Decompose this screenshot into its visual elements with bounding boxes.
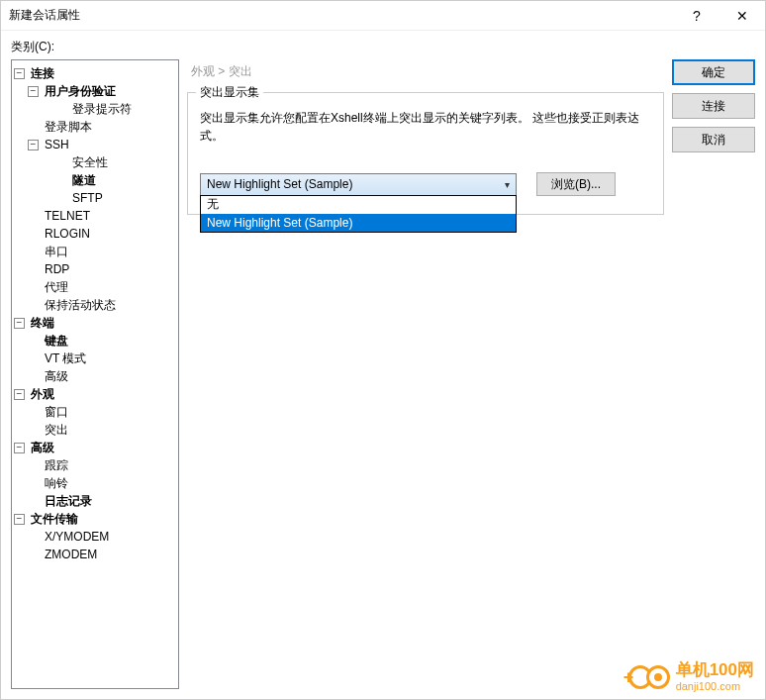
main-pane: 外观 > 突出 突出显示集 突出显示集允许您配置在Xshell终端上突出显示的关… <box>187 59 664 689</box>
side-buttons: 确定 连接 取消 <box>672 59 755 689</box>
category-tree[interactable]: −连接 −用户身份验证 登录提示符 登录脚本 −SSH <box>11 59 179 689</box>
tree-ssh[interactable]: SSH <box>43 138 71 151</box>
tree-login-prompt[interactable]: 登录提示符 <box>70 101 134 118</box>
tree-keyboard[interactable]: 键盘 <box>43 333 70 350</box>
tree-connection[interactable]: 连接 <box>29 65 56 82</box>
combo-dropdown[interactable]: 无 New Highlight Set (Sample) <box>200 195 517 233</box>
tree-vtmode[interactable]: VT 模式 <box>43 350 88 367</box>
tree-serial[interactable]: 串口 <box>43 244 70 260</box>
expander-icon[interactable]: − <box>28 140 39 150</box>
tree-keepalive[interactable]: 保持活动状态 <box>43 297 118 314</box>
expander-icon[interactable]: − <box>14 68 25 79</box>
tree-filetransfer[interactable]: 文件传输 <box>29 511 80 528</box>
tree-tunnel[interactable]: 隧道 <box>70 172 98 189</box>
tree-advanced2[interactable]: 高级 <box>29 440 56 456</box>
fieldset-legend: 突出显示集 <box>196 84 263 101</box>
tree-appearance[interactable]: 外观 <box>29 386 56 403</box>
main-row: −连接 −用户身份验证 登录提示符 登录脚本 −SSH <box>11 59 755 689</box>
content-area: 类别(C): −连接 −用户身份验证 登录提示符 登录脚本 <box>1 31 765 699</box>
titlebar: 新建会话属性 ? ✕ <box>1 1 765 31</box>
tree-trace[interactable]: 跟踪 <box>43 457 70 474</box>
tree-zmodem[interactable]: ZMODEM <box>43 548 99 561</box>
tree-advanced1[interactable]: 高级 <box>43 368 70 385</box>
tree-logging[interactable]: 日志记录 <box>43 493 94 510</box>
tree-xymodem[interactable]: X/YMODEM <box>43 530 111 544</box>
dialog-window: 新建会话属性 ? ✕ 类别(C): −连接 −用户身份验证 登录提示符 <box>0 0 766 700</box>
tree-window[interactable]: 窗口 <box>43 404 70 421</box>
cancel-button[interactable]: 取消 <box>672 127 755 152</box>
combo-option-selected[interactable]: New Highlight Set (Sample) <box>201 214 516 232</box>
tree-sftp[interactable]: SFTP <box>70 191 105 205</box>
right-column: 外观 > 突出 突出显示集 突出显示集允许您配置在Xshell终端上突出显示的关… <box>187 59 755 689</box>
highlight-set-combo[interactable]: New Highlight Set (Sample) ▾ 无 New Highl… <box>200 173 517 196</box>
fieldset-description: 突出显示集允许您配置在Xshell终端上突出显示的关键字列表。 这些也接受正则表… <box>200 109 651 145</box>
combo-option[interactable]: 无 <box>201 196 516 214</box>
help-button[interactable]: ? <box>674 1 719 31</box>
combo-display[interactable]: New Highlight Set (Sample) ▾ <box>200 173 517 196</box>
expander-icon[interactable]: − <box>14 389 25 400</box>
window-title: 新建会话属性 <box>9 7 674 24</box>
tree-telnet[interactable]: TELNET <box>43 209 92 223</box>
tree-proxy[interactable]: 代理 <box>43 279 70 296</box>
chevron-down-icon: ▾ <box>498 174 516 195</box>
tree-auth[interactable]: 用户身份验证 <box>43 83 118 100</box>
select-row: New Highlight Set (Sample) ▾ 无 New Highl… <box>200 172 651 196</box>
combo-value: New Highlight Set (Sample) <box>207 177 352 191</box>
tree-login-script[interactable]: 登录脚本 <box>43 119 94 136</box>
close-button[interactable]: ✕ <box>719 1 765 31</box>
expander-icon[interactable]: − <box>28 86 39 97</box>
connect-button[interactable]: 连接 <box>672 93 755 119</box>
ok-button[interactable]: 确定 <box>672 59 755 85</box>
tree-rdp[interactable]: RDP <box>43 262 71 276</box>
expander-icon[interactable]: − <box>14 514 25 525</box>
tree-bell[interactable]: 响铃 <box>43 475 70 492</box>
expander-icon[interactable]: − <box>14 443 25 453</box>
tree-terminal[interactable]: 终端 <box>29 315 56 332</box>
tree-security[interactable]: 安全性 <box>70 154 110 171</box>
tree-rlogin[interactable]: RLOGIN <box>43 227 92 241</box>
tree-highlight[interactable]: 突出 <box>43 422 70 439</box>
highlight-set-fieldset: 突出显示集 突出显示集允许您配置在Xshell终端上突出显示的关键字列表。 这些… <box>187 92 664 215</box>
expander-icon[interactable]: − <box>14 318 25 329</box>
category-label: 类别(C): <box>11 39 755 55</box>
browse-button[interactable]: 浏览(B)... <box>536 172 616 196</box>
